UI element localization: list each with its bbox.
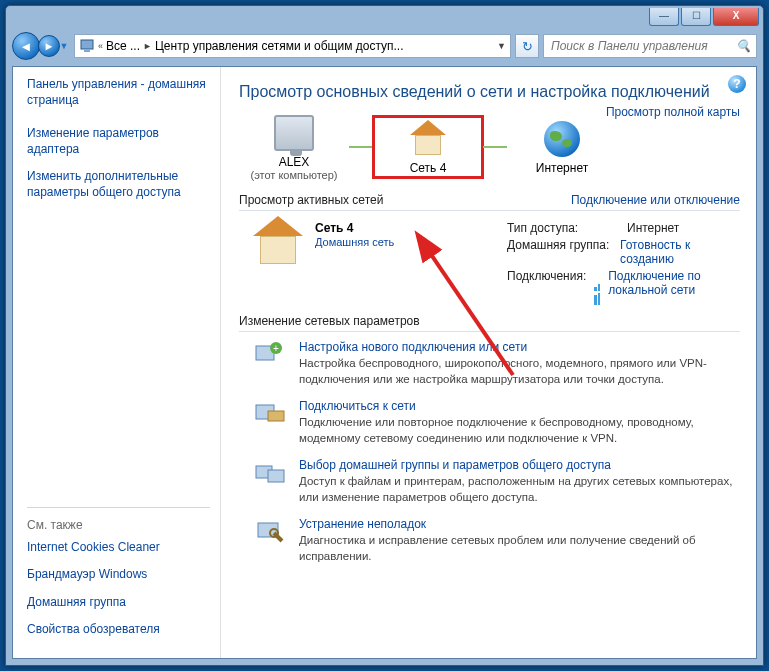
- task-new-connection[interactable]: + Настройка нового подключения или сети …: [253, 340, 740, 387]
- sidebar-home-link[interactable]: Панель управления - домашняя страница: [27, 77, 210, 108]
- lan-signal-icon: [594, 277, 604, 289]
- node-internet-label: Интернет: [507, 161, 617, 175]
- kv-homegroup-label: Домашняя группа:: [507, 238, 620, 266]
- maximize-button[interactable]: ☐: [681, 8, 711, 26]
- task-icon-connect: [253, 399, 287, 446]
- active-net-info: Сеть 4 Домашняя сеть: [315, 221, 495, 300]
- node-this-pc[interactable]: ALEX (этот компьютер): [239, 113, 349, 181]
- cp-icon: [79, 37, 95, 56]
- section-change-settings: Изменение сетевых параметров: [239, 314, 740, 332]
- sidebar-also-cookies[interactable]: Internet Cookies Cleaner: [27, 540, 210, 556]
- sidebar-also-browser[interactable]: Свойства обозревателя: [27, 622, 210, 638]
- forward-button[interactable]: ►: [38, 35, 60, 57]
- active-net-type-link[interactable]: Домашняя сеть: [315, 236, 394, 248]
- nav-history-dropdown[interactable]: ▼: [58, 41, 70, 51]
- back-button[interactable]: ◄: [12, 32, 40, 60]
- nav-buttons: ◄ ► ▼: [12, 32, 70, 60]
- sidebar-link-sharing[interactable]: Изменить дополнительные параметры общего…: [27, 169, 210, 200]
- crumb-sep: ►: [143, 41, 152, 51]
- node-network[interactable]: Сеть 4: [373, 116, 483, 178]
- search-icon: 🔍: [736, 39, 751, 53]
- active-networks-row: Сеть 4 Домашняя сеть Тип доступа: Интерн…: [239, 213, 740, 310]
- svg-text:+: +: [273, 343, 279, 354]
- kv-homegroup-link[interactable]: Готовность к созданию: [620, 238, 690, 266]
- node-pc-label: ALEX: [239, 155, 349, 169]
- kv-access-type-label: Тип доступа:: [507, 221, 627, 235]
- task-title[interactable]: Устранение неполадок: [299, 517, 426, 531]
- kv-connections-label: Подключения:: [507, 269, 594, 297]
- sidebar-also-homegroup[interactable]: Домашняя группа: [27, 595, 210, 611]
- task-icon-homegroup: [253, 458, 287, 505]
- house-icon: [410, 123, 446, 155]
- sidebar-also-firewall[interactable]: Брандмауэр Windows: [27, 567, 210, 583]
- task-troubleshoot[interactable]: Устранение неполадок Диагностика и испра…: [253, 517, 740, 564]
- refresh-button[interactable]: ↻: [515, 34, 539, 58]
- window-frame: — ☐ X ◄ ► ▼ « Все ... ► Центр управления…: [5, 5, 764, 666]
- globe-icon: [544, 121, 580, 157]
- search-input[interactable]: [549, 38, 731, 54]
- titlebar: — ☐ X: [6, 6, 763, 28]
- connector: [349, 146, 373, 148]
- minimize-button[interactable]: —: [649, 8, 679, 26]
- see-also-label: См. также: [27, 518, 210, 532]
- task-title[interactable]: Настройка нового подключения или сети: [299, 340, 527, 354]
- svg-rect-0: [81, 40, 93, 49]
- kv-connections-link[interactable]: Подключение по локальной сети: [608, 269, 740, 297]
- node-internet[interactable]: Интернет: [507, 119, 617, 175]
- task-title[interactable]: Подключиться к сети: [299, 399, 416, 413]
- full-map-link[interactable]: Просмотр полной карты: [606, 105, 740, 119]
- sidebar: Панель управления - домашняя страница Из…: [13, 67, 221, 658]
- crumb-1[interactable]: Все ...: [106, 39, 140, 53]
- crumb-overflow[interactable]: «: [98, 41, 103, 51]
- active-net-details: Тип доступа: Интернет Домашняя группа: Г…: [507, 221, 740, 300]
- task-connect-network[interactable]: Подключиться к сети Подключение или повт…: [253, 399, 740, 446]
- node-pc-sub: (этот компьютер): [239, 169, 349, 181]
- svg-rect-1: [84, 50, 90, 52]
- active-net-icon: [253, 221, 303, 300]
- crumb-2[interactable]: Центр управления сетями и общим доступ..…: [155, 39, 404, 53]
- monitor-icon: [274, 115, 314, 151]
- close-button[interactable]: X: [713, 8, 759, 26]
- task-icon-troubleshoot: [253, 517, 287, 564]
- page-title: Просмотр основных сведений о сети и наст…: [239, 83, 740, 101]
- breadcrumb[interactable]: « Все ... ► Центр управления сетями и об…: [74, 34, 511, 58]
- node-net-label: Сеть 4: [373, 161, 483, 175]
- network-map: Просмотр полной карты ALEX (этот компьют…: [239, 107, 740, 187]
- client-area: ? Панель управления - домашняя страница …: [12, 66, 757, 659]
- task-icon-new-connection: +: [253, 340, 287, 387]
- section-active-networks: Просмотр активных сетей Подключение или …: [239, 193, 740, 211]
- svg-rect-6: [268, 411, 284, 421]
- task-desc: Настройка беспроводного, широкополосного…: [299, 356, 740, 387]
- connector: [483, 146, 507, 148]
- task-homegroup[interactable]: Выбор домашней группы и параметров общег…: [253, 458, 740, 505]
- task-desc: Доступ к файлам и принтерам, расположенн…: [299, 474, 740, 505]
- sidebar-link-adapter[interactable]: Изменение параметров адаптера: [27, 126, 210, 157]
- task-title[interactable]: Выбор домашней группы и параметров общег…: [299, 458, 611, 472]
- search-box[interactable]: 🔍: [543, 34, 757, 58]
- kv-access-type-value: Интернет: [627, 221, 679, 235]
- address-bar: ◄ ► ▼ « Все ... ► Центр управления сетям…: [6, 28, 763, 66]
- connect-disconnect-link[interactable]: Подключение или отключение: [571, 193, 740, 207]
- task-desc: Диагностика и исправление сетевых пробле…: [299, 533, 740, 564]
- main-content: Просмотр основных сведений о сети и наст…: [221, 67, 756, 658]
- active-net-name: Сеть 4: [315, 221, 495, 235]
- task-desc: Подключение или повторное подключение к …: [299, 415, 740, 446]
- svg-rect-8: [268, 470, 284, 482]
- crumb-refresh-dd[interactable]: ▼: [497, 41, 506, 51]
